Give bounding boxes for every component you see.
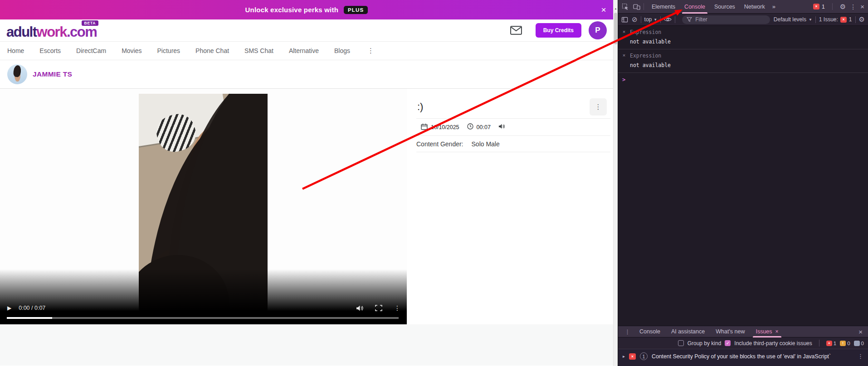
log-levels-selector[interactable]: Default levels ▼ — [774, 16, 812, 23]
error-count: 1 — [822, 4, 825, 10]
screen: Unlock exclusive perks with PLUS × adult… — [0, 0, 868, 366]
issue-row[interactable]: ▸ × 1 Content Security Policy of your si… — [618, 349, 868, 363]
console-settings-icon[interactable]: ⚙ — [859, 15, 865, 24]
issue-description: Content Security Policy of your site blo… — [652, 353, 831, 360]
video-controls-right: ⋮ — [356, 304, 400, 312]
more-tabs-icon[interactable]: » — [770, 0, 778, 14]
scrollbar-thumb[interactable] — [614, 13, 617, 44]
drawer-tab-ai-assistance[interactable]: AI assistance — [666, 326, 710, 337]
error-count-value: 1 — [834, 341, 836, 346]
video-controls-overlay: ▶ 0:00 / 0:07 ⋮ — [0, 269, 407, 324]
nav-more-icon[interactable]: ⋮ — [366, 47, 376, 55]
console-sidebar-icon[interactable] — [621, 16, 628, 23]
issue-menu-icon[interactable]: ⋮ — [858, 353, 863, 360]
video-progress-bar[interactable] — [7, 317, 399, 319]
nav-item-directcam[interactable]: DirectCam — [76, 47, 106, 54]
settings-gear-icon[interactable]: ⚙ — [840, 3, 846, 11]
main-nav: Home Escorts DirectCam Movies Pictures P… — [0, 41, 613, 60]
error-badge-icon[interactable]: × — [813, 4, 819, 10]
beta-badge: BETA — [82, 20, 99, 26]
remove-expression-icon[interactable]: × — [618, 53, 630, 59]
nav-item-movies[interactable]: Movies — [122, 47, 141, 54]
profile-name[interactable]: JAMMIE TS — [33, 70, 72, 78]
play-button[interactable]: ▶ — [7, 305, 11, 311]
drawer-tab-close-icon[interactable]: × — [775, 328, 779, 335]
divider — [675, 16, 675, 23]
buy-credits-button[interactable]: Buy Credits — [536, 23, 581, 38]
divider — [819, 340, 819, 347]
nav-item-alternative[interactable]: Alternative — [289, 47, 319, 54]
content-area: ▶ 0:00 / 0:07 ⋮ — [0, 89, 613, 366]
drawer-close-icon[interactable]: × — [856, 328, 865, 336]
media-duration: 00:07 — [477, 124, 491, 130]
include-cookie-issues-checkbox[interactable]: ✓ — [725, 340, 731, 346]
video-controls: ▶ 0:00 / 0:07 ⋮ — [0, 302, 407, 314]
volume-icon[interactable] — [356, 305, 364, 312]
remove-expression-icon[interactable]: × — [618, 29, 630, 35]
nav-item-blogs[interactable]: Blogs — [334, 47, 350, 54]
info-count-value: 0 — [861, 341, 864, 346]
video-time: 0:00 / 0:07 — [19, 305, 45, 311]
page-scrollbar[interactable]: ▲ — [613, 0, 618, 366]
chevron-down-icon: ▼ — [653, 18, 657, 22]
group-by-kind-label[interactable]: Group by kind — [688, 340, 722, 347]
nav-item-phone-chat[interactable]: Phone Chat — [195, 47, 229, 54]
drawer-tab-issues[interactable]: Issues × — [750, 326, 784, 337]
tab-console[interactable]: Console — [680, 0, 710, 14]
issues-list: ▸ × 1 Content Security Policy of your si… — [618, 349, 868, 366]
media-date: 10/10/2025 — [431, 124, 459, 130]
video-player[interactable]: ▶ 0:00 / 0:07 ⋮ — [0, 89, 407, 324]
tab-network[interactable]: Network — [740, 0, 770, 14]
content-gender-label: Content Gender: — [416, 140, 463, 148]
device-toolbar-icon[interactable] — [633, 3, 640, 10]
console-filter-input[interactable]: Filter — [682, 15, 770, 24]
nav-item-escorts[interactable]: Escorts — [39, 47, 61, 54]
drawer-tab-issues-label: Issues — [756, 328, 772, 335]
expand-issue-icon[interactable]: ▸ — [623, 354, 625, 359]
issue-badge-icon: × — [840, 17, 847, 23]
devtools-close-icon[interactable]: × — [860, 3, 864, 10]
context-selector[interactable]: top ▼ — [644, 16, 658, 23]
fullscreen-icon[interactable] — [375, 305, 383, 312]
nav-item-sms-chat[interactable]: SMS Chat — [244, 47, 273, 54]
expression-label: Expression — [630, 29, 868, 35]
user-avatar[interactable]: P — [589, 21, 607, 39]
divider — [815, 16, 816, 23]
media-meta-row: 10/10/2025 00:07 — [416, 119, 610, 136]
warning-count-icon: ! — [840, 341, 846, 346]
banner-close-icon[interactable]: × — [598, 4, 610, 16]
media-options-button[interactable]: ⋮ — [590, 98, 607, 116]
divider — [855, 16, 856, 23]
video-progress-played — [7, 317, 52, 319]
live-expression-eye-icon[interactable] — [664, 17, 672, 22]
profile-avatar[interactable] — [7, 64, 27, 84]
drawer-tab-console[interactable]: Console — [634, 326, 666, 337]
site-logo[interactable]: adultwork.com BETA — [6, 25, 97, 39]
issues-toolbar: Group by kind ✓ Include third-party cook… — [618, 337, 868, 349]
group-by-kind-checkbox[interactable] — [678, 340, 684, 346]
include-cookie-issues-label[interactable]: Include third-party cookie issues — [734, 340, 812, 347]
inspect-element-icon[interactable] — [622, 3, 629, 10]
tab-elements[interactable]: Elements — [647, 0, 680, 14]
clear-console-icon[interactable]: ⊘ — [632, 15, 638, 24]
divider — [641, 16, 641, 23]
browser-page: Unlock exclusive perks with PLUS × adult… — [0, 0, 613, 366]
drawer-tab-whats-new[interactable]: What's new — [710, 326, 750, 337]
console-prompt[interactable]: > — [618, 73, 868, 83]
media-details-panel: :) ⋮ 10/10/2025 00:07 — [416, 95, 610, 152]
mail-icon[interactable] — [510, 26, 522, 35]
drawer-menu-icon[interactable]: ⋮ — [621, 328, 634, 335]
devtools-menu-icon[interactable]: ⋮ — [850, 3, 856, 10]
nav-item-pictures[interactable]: Pictures — [157, 47, 180, 54]
error-count-icon: × — [826, 341, 832, 346]
context-selector-value: top — [644, 16, 652, 23]
nav-item-home[interactable]: Home — [7, 47, 24, 54]
issues-counter[interactable]: 1 Issue: × 1 — [819, 16, 852, 23]
filter-funnel-icon — [687, 17, 692, 22]
tab-sources[interactable]: Sources — [710, 0, 740, 14]
console-toolbar: ⊘ top ▼ Filter Default levels ▼ 1 Issue: — [618, 14, 868, 26]
issue-number-badge: 1 — [640, 352, 648, 360]
video-more-icon[interactable]: ⋮ — [394, 304, 400, 312]
content-gender-value: Solo Male — [472, 140, 500, 148]
scrollbar-up-icon[interactable]: ▲ — [614, 7, 618, 10]
